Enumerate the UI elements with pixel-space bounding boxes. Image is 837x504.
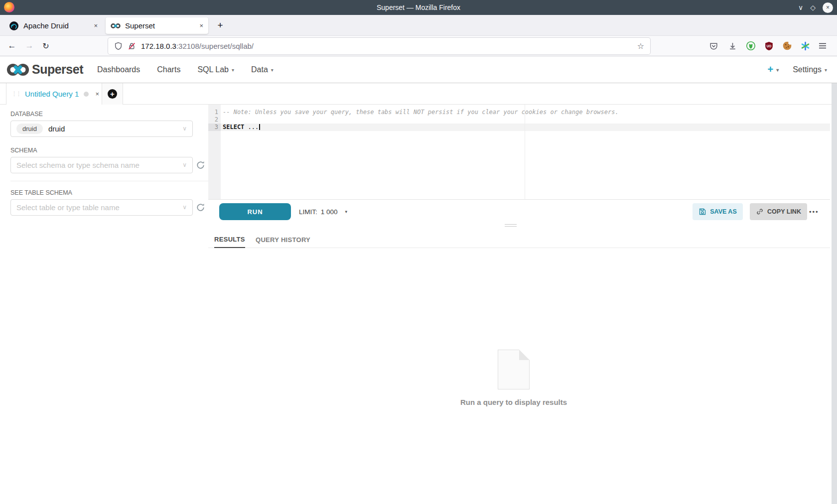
sql-rest: ... xyxy=(244,124,259,130)
window-title: Superset — Mozilla Firefox xyxy=(0,3,837,11)
superset-navbar: Superset Dashboards Charts SQL Lab ▾ Dat… xyxy=(0,56,837,83)
sql-comment-line: -- Note: Unless you save your query, the… xyxy=(223,109,619,116)
table-placeholder: Select table or type table name xyxy=(16,203,120,212)
sql-keyword: SELECT xyxy=(223,124,244,130)
run-button[interactable]: RUN xyxy=(219,203,291,220)
firefox-logo-icon xyxy=(4,2,14,12)
new-tab-button[interactable]: + xyxy=(214,19,227,32)
tab-close-icon[interactable]: × xyxy=(194,22,203,29)
forward-button[interactable]: → xyxy=(22,36,36,56)
empty-state-text: Run a query to display results xyxy=(208,398,819,406)
database-value: druid xyxy=(48,125,65,133)
query-tab-untitled[interactable]: ⋮⋮ Untitled Query 1 × xyxy=(6,83,102,105)
refresh-schemas-button[interactable] xyxy=(196,160,205,170)
database-label: DATABASE xyxy=(10,111,43,118)
url-text: 172.18.0.3:32108/superset/sqllab/ xyxy=(141,42,254,50)
chevron-down-icon: ∨ xyxy=(182,161,187,168)
schema-select[interactable]: Select schema or type schema name ∨ xyxy=(10,157,193,173)
sql-code-line: SELECT ... xyxy=(223,124,260,131)
unsaved-indicator-dot xyxy=(84,92,89,97)
more-actions-button[interactable]: ••• xyxy=(809,203,819,220)
druid-favicon xyxy=(9,21,19,31)
caret-down-icon: ▾ xyxy=(345,209,348,214)
new-item-button[interactable]: + ▾ xyxy=(767,64,779,75)
window-maximize-button[interactable]: ◇ xyxy=(810,4,816,11)
settings-menu[interactable]: Settings ▾ xyxy=(793,65,827,74)
bookmark-star-icon[interactable]: ☆ xyxy=(637,41,644,51)
pane-resize-handle[interactable] xyxy=(505,224,517,227)
url-host: 172.18.0.3 xyxy=(141,42,176,50)
limit-dropdown[interactable]: LIMIT: 1 000 ▾ xyxy=(299,203,347,220)
editor-toolbar: RUN LIMIT: 1 000 ▾ SAVE AS COPY LINK ••• xyxy=(208,199,830,223)
tab-results[interactable]: RESULTS xyxy=(214,231,245,248)
save-as-button[interactable]: SAVE AS xyxy=(693,203,743,220)
drag-handle-icon[interactable]: ⋮⋮ xyxy=(11,91,20,97)
query-tab-bar: ⋮⋮ Untitled Query 1 × + xyxy=(0,83,837,105)
copy-link-button[interactable]: COPY LINK xyxy=(750,203,807,220)
ublock-origin-icon[interactable]: UO xyxy=(762,36,775,56)
superset-logo-icon xyxy=(6,63,29,77)
nav-item-data[interactable]: Data ▾ xyxy=(251,65,274,74)
nav-item-charts[interactable]: Charts xyxy=(157,65,180,74)
sql-editor[interactable]: 1 2 3 -- Note: Unless you save your quer… xyxy=(208,105,830,199)
superset-brand[interactable]: Superset xyxy=(6,62,83,77)
svg-text:UO: UO xyxy=(766,44,771,47)
url-path: :32108/superset/sqllab/ xyxy=(176,42,254,50)
tracking-shield-icon[interactable] xyxy=(114,42,123,50)
add-query-tab[interactable]: + xyxy=(102,83,123,105)
plus-circle-icon: + xyxy=(108,89,117,99)
insecure-lock-icon[interactable] xyxy=(128,42,136,50)
back-button[interactable]: ← xyxy=(5,36,19,56)
refresh-tables-button[interactable] xyxy=(196,203,205,212)
line-number: 1 xyxy=(208,109,221,116)
chevron-down-icon: ∨ xyxy=(182,125,187,132)
query-tab-close-icon[interactable]: × xyxy=(95,90,99,98)
sidebar-divider xyxy=(10,181,214,181)
limit-value: 1 000 xyxy=(321,208,338,216)
query-tab-title: Untitled Query 1 xyxy=(25,90,79,98)
window-close-button[interactable]: × xyxy=(823,2,833,13)
table-select[interactable]: Select table or type table name ∨ xyxy=(10,199,193,216)
downloads-icon[interactable] xyxy=(726,36,739,56)
database-engine-tag: druid xyxy=(16,124,43,134)
schema-label: SCHEMA xyxy=(10,147,37,154)
extension-icon-green[interactable] xyxy=(744,36,757,56)
caret-down-icon: ▾ xyxy=(232,66,234,73)
window-minimize-button[interactable]: ∨ xyxy=(798,4,803,11)
table-schema-label: SEE TABLE SCHEMA xyxy=(10,189,72,196)
limit-label: LIMIT: xyxy=(299,208,317,216)
save-icon xyxy=(698,208,706,216)
schema-placeholder: Select schema or type schema name xyxy=(16,161,140,169)
results-tab-bar: RESULTS QUERY HISTORY xyxy=(208,231,830,248)
browser-tab-title: Apache Druid xyxy=(23,21,69,30)
print-margin-line xyxy=(525,105,525,199)
browser-tab-title: Superset xyxy=(125,21,155,30)
url-bar[interactable]: 172.18.0.3:32108/superset/sqllab/ ☆ xyxy=(108,38,650,54)
superset-favicon xyxy=(111,21,121,31)
tab-query-history[interactable]: QUERY HISTORY xyxy=(256,231,310,248)
database-select[interactable]: druid druid ∨ xyxy=(10,121,193,137)
caret-down-icon: ▾ xyxy=(271,66,274,73)
caret-down-icon: ▾ xyxy=(776,66,779,73)
pocket-icon[interactable] xyxy=(707,36,720,56)
hamburger-menu-icon[interactable] xyxy=(816,36,829,56)
chevron-down-icon: ∨ xyxy=(182,204,187,211)
line-number: 3 xyxy=(208,124,221,131)
browser-tab-superset[interactable]: Superset × xyxy=(106,17,208,34)
browser-tab-apache-druid[interactable]: Apache Druid × xyxy=(4,17,103,34)
caret-down-icon: ▾ xyxy=(825,66,827,73)
line-number: 2 xyxy=(208,116,221,124)
reload-button[interactable]: ↻ xyxy=(39,36,53,56)
nav-item-dashboards[interactable]: Dashboards xyxy=(97,65,140,74)
browser-toolbar: ← → ↻ 172.18.0.3:32108/superset/sqllab/ … xyxy=(0,36,837,56)
text-cursor xyxy=(259,124,260,130)
empty-document-icon xyxy=(498,350,530,389)
link-icon xyxy=(756,208,764,216)
cookie-extension-icon[interactable] xyxy=(781,36,794,56)
page-scrollbar[interactable] xyxy=(832,83,837,504)
extension-icon-asterisk[interactable] xyxy=(799,36,812,56)
active-line-highlight xyxy=(208,124,830,131)
tab-close-icon[interactable]: × xyxy=(89,22,98,29)
brand-name: Superset xyxy=(32,62,83,77)
nav-item-sql-lab[interactable]: SQL Lab ▾ xyxy=(197,65,234,74)
